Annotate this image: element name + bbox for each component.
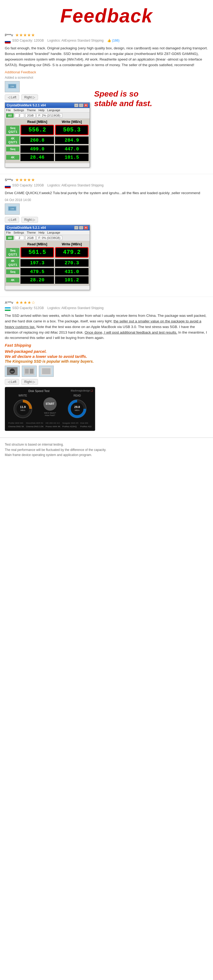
cdm-close-2[interactable]: ✕	[84, 226, 88, 230]
ssd-capacity-2: SSD Capacity: 120GB	[12, 183, 44, 187]
stars-2: ★★★★★	[15, 177, 35, 182]
read-gauge-svg: 29.8 MB/s	[66, 398, 88, 420]
screenshot-thumb-3a[interactable]: DST	[5, 366, 20, 377]
review-meta-2: SSD Capacity: 120GB Logistics: AliExpres…	[12, 183, 106, 187]
review-meta-1: SSD Capacity: 120GB Logistics: AliExpres…	[12, 39, 125, 42]
all-btn-2[interactable]: All	[6, 236, 14, 240]
nav-right-2[interactable]: Right ▷	[21, 217, 38, 223]
start-button[interactable]: START	[46, 402, 55, 405]
cdm-label-1-3: 4K	[6, 155, 19, 160]
screenshot-thumb-2[interactable]: CDM	[5, 204, 20, 215]
highlight-fast-shipping: Fast Shipping	[5, 343, 31, 347]
cdm-write-2-3: 101.2	[55, 276, 88, 284]
cdm-row-2-1: 4KQ32T1 197.3 270.3	[6, 258, 88, 267]
cdm-write-1-2: 447.0	[55, 145, 88, 153]
cdm-row-2-0: SeqQ32T1 561.5 479.2	[6, 247, 88, 258]
cdm-header-row-1: Read [MB/s] Write [MB/s]	[6, 120, 88, 124]
cdm-window-1: CrystalDiskMark 5.2.1 x64 ─ □ ✕ File Set…	[5, 102, 90, 168]
nav-left-2[interactable]: ◁ Left	[5, 217, 19, 223]
reviewer-name-2: S***v	[5, 178, 13, 182]
menu-theme-2[interactable]: Theme	[27, 231, 36, 234]
nav-right-1[interactable]: Right ▷	[21, 94, 38, 100]
cdm-write-header-1: Write [MB/s]	[55, 120, 88, 124]
write-gauge-svg: 11.9 MB/s	[12, 398, 33, 420]
cdm-close-1[interactable]: ✕	[84, 103, 88, 107]
version-item-2[interactable]: 2	[15, 236, 24, 240]
nav-row-3: ◁ Left Right ▷	[5, 379, 208, 385]
cdm-content-1: Read [MB/s] Write [MB/s] SeqQ32T1 556.2 …	[5, 119, 90, 163]
highlight-well-packaged: Well-packaged parcel.	[5, 349, 47, 353]
cdm-write-1-0: 505.3	[55, 125, 88, 135]
will-it-work: Will it Work?	[43, 412, 57, 414]
nav-left-1[interactable]: ◁ Left	[5, 94, 19, 100]
screenshot-thumb-3b[interactable]	[22, 366, 37, 377]
cdm-maximize-2[interactable]: □	[79, 226, 83, 230]
highlight-kingsuxing: The Kingsuxing SSD is popular with many …	[5, 359, 94, 363]
additional-feedback-1[interactable]: Additional Feedback	[5, 70, 208, 74]
nav-row-1: ◁ Left Right ▷	[5, 94, 90, 100]
menu-file-1[interactable]: File	[6, 108, 11, 112]
speed-label-1: Speed is so stable and fast.	[94, 89, 153, 108]
svg-point-21	[71, 402, 84, 415]
review-text-1: Go fast enough, the track. Original pack…	[5, 46, 208, 68]
size-item-1[interactable]: 2GiB	[25, 113, 35, 118]
menu-settings-2[interactable]: Settings	[14, 231, 24, 234]
review-card-3: A***v ★★★★☆ SSD Capacity: 512GB Logistic…	[0, 297, 213, 438]
svg-text:DST: DST	[11, 371, 14, 372]
cdm-row-1-0: SeqQ32T1 556.2 505.3	[6, 125, 88, 135]
menu-language-2[interactable]: Language	[47, 231, 60, 234]
svg-text:CDM: CDM	[10, 208, 14, 210]
svg-text:CDM: CDM	[10, 86, 14, 87]
review-card-1: P***v ★★★★★ SSD Capacity: 120GB Logistic…	[0, 29, 213, 174]
svg-text:29.8: 29.8	[74, 405, 80, 409]
write-label: WRITE	[12, 394, 33, 397]
cdm-read-2-0: 561.5	[21, 247, 54, 258]
all-btn-1[interactable]: All	[6, 113, 14, 118]
cdm-content-2: Read [MB/s] Write [MB/s] SeqQ32T1 561.5 …	[5, 241, 90, 286]
menu-language-1[interactable]: Language	[47, 108, 60, 112]
cdm-label-2-2: Seq	[6, 269, 19, 274]
version-item-1[interactable]: 2	[15, 113, 24, 118]
menu-help-1[interactable]: Help	[39, 108, 45, 112]
drive-item-2[interactable]: F: 0% (0/238GB)	[37, 236, 63, 240]
menu-help-2[interactable]: Help	[39, 231, 45, 234]
read-gauge-container: READ 29.8 MB/s	[66, 394, 88, 420]
menu-theme-1[interactable]: Theme	[27, 108, 36, 112]
screenshot-thumb-3c[interactable]	[39, 366, 54, 377]
cdm-minimize-1[interactable]: ─	[74, 103, 79, 107]
page-title: Feedback	[0, 5, 213, 27]
cdm-label-1-2: Seq	[6, 147, 19, 151]
menu-file-2[interactable]: File	[6, 231, 11, 234]
nav-left-3[interactable]: ◁ Left	[5, 379, 19, 385]
size-item-2[interactable]: 2GiB	[25, 236, 35, 240]
screenshot-row-2: CDM	[5, 204, 208, 215]
reviewer-row-3: A***v ★★★★☆	[5, 300, 208, 305]
screenshot-row-1: CDM	[5, 81, 90, 92]
cdm-maximize-1[interactable]: □	[79, 103, 83, 107]
svg-point-17	[16, 402, 29, 415]
screenshot-row-3: DST	[5, 366, 208, 377]
menu-settings-1[interactable]: Settings	[14, 108, 24, 112]
cdm-toolbar-2: All 2 2GiB F: 0% (0/238GB)	[5, 235, 90, 241]
reviewer-name-1: P***v	[5, 33, 13, 37]
cdm-toolbar-1: All 2 2GiB F: 2% (2/119GB)	[5, 113, 90, 119]
footnote-line-3: Main frame device operating system and a…	[5, 453, 208, 458]
svg-rect-13	[30, 369, 33, 374]
cdm-minimize-2[interactable]: ─	[74, 226, 79, 230]
stars-3: ★★★★☆	[16, 300, 35, 305]
svg-rect-15	[42, 368, 50, 374]
screenshot-thumb-1[interactable]: CDM	[5, 81, 20, 92]
nav-right-3[interactable]: Right ▷	[21, 379, 38, 385]
cdm-row-1-3: 4K 28.46 101.5	[6, 154, 88, 161]
cdm-row-2-3: 4K 28.20 101.2	[6, 276, 88, 284]
review-date-2: 04 Oct 2018 14:00	[5, 198, 208, 202]
feedback-header: Feedback	[0, 0, 213, 29]
drive-item-1[interactable]: F: 2% (2/119GB)	[37, 113, 63, 118]
disk-data-table: Profile HDD MS DirecDNA HD5 50 HD 200 H2…	[7, 421, 93, 428]
logistics-3: Logistics: AliExpress Standard Shipping	[47, 306, 103, 310]
highlight-lower-value: We all declare a lower value to avoid ta…	[5, 354, 87, 359]
reviewer-name-3: A***v	[5, 301, 13, 304]
cdm-row-2-2: Seq 479.5 431.0	[6, 268, 88, 275]
cdm-read-header-2: Read [MB/s]	[21, 242, 54, 246]
added-screenshot-label-1: Added a screenshot	[5, 76, 208, 80]
